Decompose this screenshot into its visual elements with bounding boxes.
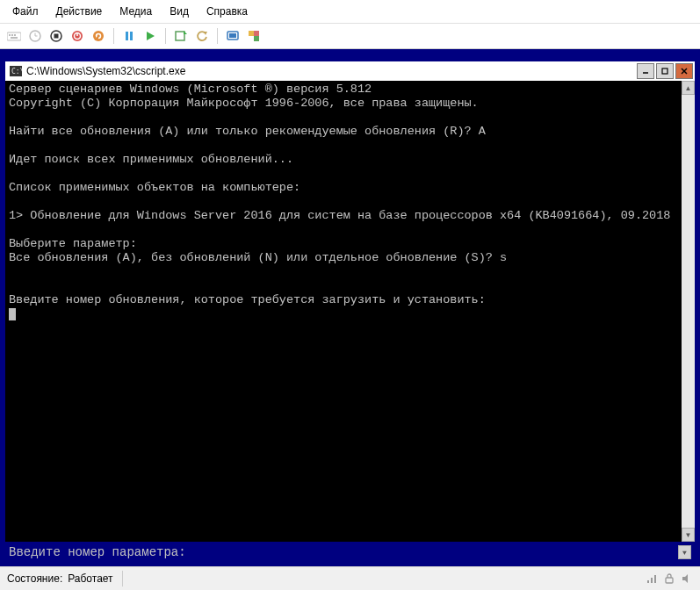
menu-media[interactable]: Медиа	[111, 2, 161, 21]
toolbar	[0, 24, 700, 49]
toolbar-separator	[113, 28, 114, 44]
svg-point-13	[93, 31, 104, 41]
svg-rect-32	[647, 580, 649, 583]
status-label: Состояние:	[7, 572, 62, 585]
scroll-track[interactable]	[682, 95, 695, 528]
status-value: Работает	[68, 572, 112, 585]
enhanced-icon[interactable]	[224, 27, 242, 45]
status-separator	[122, 571, 123, 586]
svg-marker-17	[147, 32, 155, 40]
svg-rect-3	[14, 34, 16, 36]
console-output[interactable]: Сервер сценариев Windows (Microsoft ®) в…	[5, 81, 682, 542]
svg-rect-29	[662, 68, 668, 74]
maximize-button[interactable]	[656, 63, 674, 79]
svg-rect-2	[11, 34, 13, 36]
svg-rect-18	[176, 32, 184, 40]
menu-bar: Файл Действие Медиа Вид Справка	[0, 0, 700, 24]
svg-rect-9	[54, 34, 59, 39]
svg-marker-36	[682, 574, 688, 583]
svg-rect-16	[130, 32, 133, 40]
pause-icon[interactable]	[120, 27, 138, 45]
cursor	[9, 308, 16, 320]
scroll-up-icon[interactable]: ▲	[682, 81, 695, 95]
toolbar-separator	[217, 28, 218, 44]
stop-icon[interactable]	[47, 27, 65, 45]
scroll-down-icon[interactable]: ▼	[682, 528, 695, 542]
console-title: C:\Windows\System32\cscript.exe	[26, 65, 637, 77]
status-bar: Состояние: Работает	[0, 566, 700, 590]
svg-rect-33	[651, 578, 653, 583]
speaker-icon	[681, 572, 693, 585]
svg-rect-0	[7, 32, 21, 40]
svg-rect-24	[254, 36, 259, 41]
clock-icon[interactable]	[26, 27, 44, 45]
console-window: C:\ C:\Windows\System32\cscript.exe Серв…	[5, 61, 695, 542]
toolbar-separator	[165, 28, 166, 44]
play-icon[interactable]	[141, 27, 159, 45]
checkpoint-icon[interactable]	[172, 27, 190, 45]
menu-help[interactable]: Справка	[198, 2, 256, 21]
menu-view[interactable]: Вид	[161, 2, 198, 21]
cmd-icon: C:\	[9, 64, 23, 78]
svg-rect-22	[229, 33, 236, 38]
keyboard-icon[interactable]	[5, 27, 23, 45]
revert-icon[interactable]	[193, 27, 211, 45]
share-icon[interactable]	[245, 27, 263, 45]
svg-rect-25	[254, 31, 259, 36]
svg-rect-23	[249, 31, 254, 36]
reset-icon[interactable]	[90, 27, 107, 45]
shutdown-icon[interactable]	[69, 27, 86, 45]
vm-viewport: C:\ C:\Windows\System32\cscript.exe Серв…	[0, 49, 700, 566]
svg-rect-1	[9, 34, 11, 36]
network-icon	[646, 572, 658, 585]
minimize-button[interactable]	[637, 63, 654, 79]
svg-rect-15	[126, 32, 128, 40]
svg-rect-34	[654, 575, 656, 583]
svg-marker-20	[204, 32, 207, 35]
lock-icon	[663, 572, 675, 585]
close-button[interactable]	[675, 63, 693, 79]
console-input-bar[interactable]: Введите номер параметра: ▼	[5, 543, 695, 561]
console-titlebar[interactable]: C:\ C:\Windows\System32\cscript.exe	[5, 61, 695, 81]
svg-rect-35	[666, 578, 673, 583]
input-prompt: Введите номер параметра:	[9, 545, 186, 559]
menu-action[interactable]: Действие	[47, 2, 112, 21]
svg-text:C:\: C:\	[11, 68, 22, 76]
scroll-down-icon[interactable]: ▼	[678, 545, 691, 559]
console-scrollbar[interactable]: ▲ ▼	[682, 81, 695, 542]
svg-rect-4	[11, 37, 18, 39]
menu-file[interactable]: Файл	[4, 2, 47, 21]
